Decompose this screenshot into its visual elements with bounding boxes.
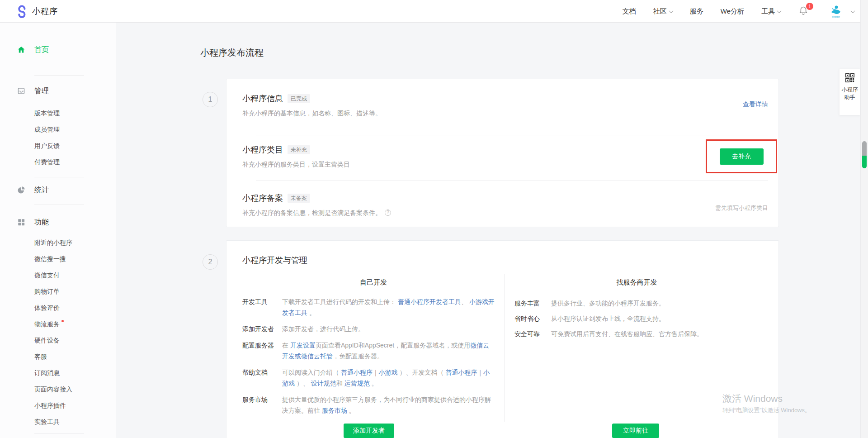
sidebar-item-payment-management[interactable]: 付费管理 (34, 154, 116, 171)
status-badge: 已完成 (288, 94, 310, 103)
step1-card: 小程序信息 已完成 补充小程序的基本信息，如名称、图标、描述等。 查看详情 小程… (226, 79, 779, 227)
divider (34, 177, 84, 177)
configure-server-row: 配置服务器 在 开发设置页面查看AppID和AppSecret，配置服务器域名，… (242, 340, 498, 362)
add-developer-button[interactable]: 添加开发者 (344, 424, 394, 438)
provider-rows: 服务丰富 提供多行业、多功能的小程序开发服务。 省时省心 从小程序认证到发布上线… (514, 298, 750, 344)
sidebar-item-experimental-tools[interactable]: 实验工具 (34, 414, 116, 430)
nav-docs[interactable]: 文档 (623, 7, 636, 16)
sidebar-item-version-management[interactable]: 版本管理 (34, 105, 116, 122)
mini-program-icp-row: 小程序备案 未备案 补充小程序的备案信息，检测是否满足备案条件。 ? 需先填写小… (226, 181, 778, 228)
app-root: 小程序 文档 社区 服务 We分析 工具 1 (0, 0, 868, 438)
divider (34, 205, 84, 205)
page-title: 小程序发布流程 (200, 47, 264, 58)
inline-link[interactable]: 设计规范 (311, 380, 336, 387)
sidebar-item-logistics-services[interactable]: 物流服务 (34, 316, 116, 333)
sidebar-group-features: 附近的小程序 微信搜一搜 微信支付 购物订单 体验评价 物流服务 硬件设备 客服… (0, 235, 116, 430)
divider (34, 75, 84, 76)
new-badge-dot (61, 320, 64, 322)
sidebar-item-member-management[interactable]: 成员管理 (34, 122, 116, 138)
assistant-widget[interactable]: 小程序助手 (839, 69, 860, 115)
inline-link[interactable]: 运营规范 (344, 380, 370, 387)
inline-link[interactable]: 开发设置 (290, 342, 316, 349)
prerequisite-note: 需先填写小程序类目 (715, 204, 768, 212)
sidebar: 首页 管理 版本管理 成员管理 用户反馈 付费管理 (0, 23, 116, 438)
red-highlight-box: 去补充 (706, 139, 777, 173)
go-now-button[interactable]: 立即前往 (612, 424, 659, 438)
scrollbar-track[interactable] (860, 0, 868, 438)
self-develop-header: 自己开发 (242, 277, 505, 288)
sidebar-section-statistics[interactable]: 统计 (0, 181, 116, 199)
header-nav: 文档 社区 服务 We分析 工具 1 (623, 0, 854, 23)
step2-title: 小程序开发与管理 (226, 241, 778, 266)
pie-chart-icon (17, 186, 25, 194)
step2-number: 2 (203, 254, 218, 270)
sidebar-item-mini-program-plugins[interactable]: 小程序插件 (34, 398, 116, 414)
sidebar-item-page-content-access[interactable]: 页面内容接入 (34, 381, 116, 398)
archive-icon (17, 87, 25, 95)
view-details-link[interactable]: 查看详情 (743, 100, 768, 109)
nav-we-analytics[interactable]: We分析 (721, 7, 744, 16)
scrollbar-thumb[interactable] (862, 141, 867, 168)
row-title: 小程序备案 (242, 192, 283, 204)
sidebar-item-experience-rating[interactable]: 体验评价 (34, 300, 116, 316)
scrollbar-thumb-green (862, 156, 867, 168)
sidebar-item-shopping-orders[interactable]: 购物订单 (34, 284, 116, 300)
nav-services[interactable]: 服务 (690, 7, 703, 16)
home-icon (17, 46, 25, 54)
account-caption: kychakr (832, 16, 840, 18)
step2-card: 小程序开发与管理 自己开发 找服务商开发 开发工具 下载开发者工具进行代码的开发… (226, 240, 779, 438)
nav-community[interactable]: 社区 (653, 7, 673, 16)
help-icon[interactable]: ? (385, 209, 391, 216)
mini-program-info-row: 小程序信息 已完成 补充小程序的基本信息，如名称、图标、描述等。 查看详情 (226, 79, 778, 135)
status-badge: 未补充 (288, 145, 310, 154)
fill-category-button[interactable]: 去补充 (720, 148, 764, 165)
grid-icon (17, 218, 25, 226)
mini-program-category-row: 小程序类目 未补充 补充小程序的服务类目，设置主营类目 去补充 (226, 135, 778, 181)
sidebar-section-manage[interactable]: 管理 (0, 82, 116, 100)
row-title: 小程序信息 (242, 93, 283, 105)
logo[interactable]: 小程序 (15, 5, 58, 18)
inline-link[interactable]: 服务市场 (322, 407, 347, 414)
notification-badge: 1 (806, 3, 813, 10)
safe-reliable-row: 安全可靠 可免费试用后再支付、在线客服响应、官方售后保障。 (514, 328, 750, 339)
sidebar-item-subscription-messages[interactable]: 订阅消息 (34, 365, 116, 381)
step1-number: 1 (203, 92, 218, 107)
notification-bell[interactable]: 1 (798, 5, 810, 17)
account-avatar[interactable]: kychakr (827, 5, 845, 18)
nav-tools[interactable]: 工具 (761, 7, 781, 16)
sidebar-section-features[interactable]: 功能 (0, 213, 116, 231)
sidebar-item-wechat-pay[interactable]: 微信支付 (34, 267, 116, 284)
inline-link[interactable]: 小游戏 (379, 369, 398, 376)
assistant-label: 小程序助手 (840, 86, 860, 101)
logo-text: 小程序 (32, 6, 58, 17)
help-docs-row: 帮助文档 可以阅读入门介绍（ 普通小程序｜小游戏 ）、开发文档（ 普通小程序｜小… (242, 367, 498, 389)
dev-tools-row: 开发工具 下载开发者工具进行代码的开发和上传： 普通小程序开发者工具、 小游戏开… (242, 296, 498, 318)
self-develop-rows: 开发工具 下载开发者工具进行代码的开发和上传： 普通小程序开发者工具、 小游戏开… (242, 296, 498, 421)
sidebar-item-wechat-search[interactable]: 微信搜一搜 (34, 251, 116, 267)
chevron-down-icon (669, 9, 673, 13)
chevron-down-icon (777, 9, 782, 13)
find-provider-header: 找服务商开发 (505, 277, 769, 288)
service-market-row: 服务市场 提供大量优质的小程序第三方服务，为不同行业的商家提供合适的小程序解决方… (242, 394, 498, 416)
divider (256, 135, 768, 135)
mini-program-logo-icon (15, 5, 28, 18)
status-badge: 未备案 (288, 194, 310, 203)
sidebar-item-user-feedback[interactable]: 用户反馈 (34, 138, 116, 154)
row-title: 小程序类目 (242, 144, 283, 156)
inline-link[interactable]: 普通小程序 (341, 369, 373, 376)
add-developer-row: 添加开发者 添加开发者，进行代码上传。 (242, 324, 498, 334)
divider (34, 433, 84, 434)
account-chevron-down-icon[interactable] (851, 9, 855, 13)
column-divider (505, 274, 505, 422)
sidebar-item-home[interactable]: 首页 (0, 42, 116, 58)
qr-code-icon (845, 73, 854, 82)
sidebar-item-nearby-mini-programs[interactable]: 附近的小程序 (34, 235, 116, 251)
top-header: 小程序 文档 社区 服务 We分析 工具 1 (0, 0, 868, 23)
inline-link[interactable]: 普通小程序开发者工具 (398, 298, 461, 305)
inline-link[interactable]: 普通小程序 (445, 369, 477, 376)
sidebar-item-customer-service[interactable]: 客服 (34, 349, 116, 365)
rich-services-row: 服务丰富 提供多行业、多功能的小程序开发服务。 (514, 298, 750, 309)
sidebar-group-manage: 版本管理 成员管理 用户反馈 付费管理 (0, 105, 116, 171)
sidebar-item-hardware-devices[interactable]: 硬件设备 (34, 333, 116, 349)
divider (256, 181, 768, 181)
